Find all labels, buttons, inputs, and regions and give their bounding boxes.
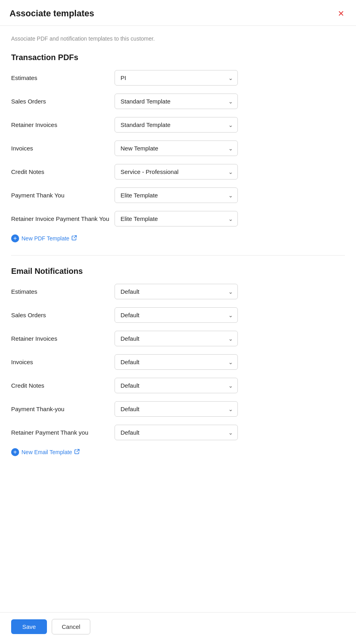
modal-header: Associate templates ✕ bbox=[0, 0, 356, 26]
pdf-select-1[interactable]: Standard Template bbox=[115, 94, 238, 109]
pdf-select-2[interactable]: Standard Template bbox=[115, 117, 238, 133]
email-select-wrapper-3: Default ⌄ bbox=[115, 354, 238, 370]
pdf-form-row: Retainer Invoices Standard Template ⌄ bbox=[11, 117, 345, 133]
pdf-select-5[interactable]: Elite Template bbox=[115, 187, 238, 203]
pdf-label-6: Retainer Invoice Payment Thank You bbox=[11, 215, 115, 223]
email-label-3: Invoices bbox=[11, 358, 115, 366]
email-form-row: Payment Thank-you Default ⌄ bbox=[11, 401, 345, 417]
plus-circle-icon: + bbox=[11, 234, 19, 242]
close-button[interactable]: ✕ bbox=[335, 8, 346, 19]
email-select-6[interactable]: Default bbox=[115, 425, 238, 440]
transaction-pdfs-title: Transaction PDFs bbox=[11, 53, 345, 62]
pdf-select-wrapper-5: Elite Template ⌄ bbox=[115, 187, 238, 203]
email-form-row: Sales Orders Default ⌄ bbox=[11, 307, 345, 323]
email-label-1: Sales Orders bbox=[11, 311, 115, 319]
email-select-0[interactable]: Default bbox=[115, 284, 238, 299]
email-form-row: Credit Notes Default ⌄ bbox=[11, 378, 345, 393]
pdf-select-wrapper-6: Elite Template ⌄ bbox=[115, 211, 238, 226]
email-select-wrapper-6: Default ⌄ bbox=[115, 425, 238, 440]
pdf-form-row: Invoices New Template ⌄ bbox=[11, 141, 345, 156]
pdf-select-wrapper-0: PI ⌄ bbox=[115, 70, 238, 86]
section-divider bbox=[11, 255, 345, 256]
email-notifications-title: Email Notifications bbox=[11, 267, 345, 276]
pdf-select-3[interactable]: New Template bbox=[115, 141, 238, 156]
pdf-rows-container: Estimates PI ⌄ Sales Orders Standard Tem… bbox=[11, 70, 345, 226]
email-form-row: Estimates Default ⌄ bbox=[11, 284, 345, 299]
new-email-template-link[interactable]: + New Email Template bbox=[11, 448, 345, 456]
modal-subtitle: Associate PDF and notification templates… bbox=[11, 35, 345, 42]
email-select-wrapper-4: Default ⌄ bbox=[115, 378, 238, 393]
external-link-icon bbox=[72, 235, 77, 242]
pdf-form-row: Payment Thank You Elite Template ⌄ bbox=[11, 187, 345, 203]
pdf-form-row: Estimates PI ⌄ bbox=[11, 70, 345, 86]
pdf-label-4: Credit Notes bbox=[11, 168, 115, 176]
email-label-5: Payment Thank-you bbox=[11, 405, 115, 413]
pdf-label-3: Invoices bbox=[11, 144, 115, 152]
pdf-select-wrapper-3: New Template ⌄ bbox=[115, 141, 238, 156]
cancel-button[interactable]: Cancel bbox=[52, 619, 90, 634]
email-select-1[interactable]: Default bbox=[115, 307, 238, 323]
pdf-select-wrapper-4: Service - Professional ⌄ bbox=[115, 164, 238, 180]
email-label-6: Retainer Payment Thank you bbox=[11, 428, 115, 437]
external-link-email-icon bbox=[74, 449, 80, 455]
email-select-wrapper-5: Default ⌄ bbox=[115, 401, 238, 417]
email-select-wrapper-0: Default ⌄ bbox=[115, 284, 238, 299]
email-label-4: Credit Notes bbox=[11, 381, 115, 390]
new-pdf-template-link[interactable]: + New PDF Template bbox=[11, 234, 345, 242]
email-select-wrapper-2: Default ⌄ bbox=[115, 331, 238, 346]
pdf-form-row: Sales Orders Standard Template ⌄ bbox=[11, 94, 345, 109]
new-email-template-label: New Email Template bbox=[21, 449, 72, 455]
modal-title: Associate templates bbox=[10, 8, 94, 19]
pdf-select-wrapper-2: Standard Template ⌄ bbox=[115, 117, 238, 133]
pdf-label-2: Retainer Invoices bbox=[11, 121, 115, 129]
email-rows-container: Estimates Default ⌄ Sales Orders Default… bbox=[11, 284, 345, 440]
pdf-label-0: Estimates bbox=[11, 74, 115, 82]
plus-circle-email-icon: + bbox=[11, 448, 19, 456]
pdf-select-wrapper-1: Standard Template ⌄ bbox=[115, 94, 238, 109]
email-label-0: Estimates bbox=[11, 287, 115, 296]
pdf-form-row: Retainer Invoice Payment Thank You Elite… bbox=[11, 211, 345, 226]
pdf-select-4[interactable]: Service - Professional bbox=[115, 164, 238, 180]
email-select-5[interactable]: Default bbox=[115, 401, 238, 417]
associate-templates-modal: Associate templates ✕ Associate PDF and … bbox=[0, 0, 356, 644]
pdf-form-row: Credit Notes Service - Professional ⌄ bbox=[11, 164, 345, 180]
email-form-row: Retainer Invoices Default ⌄ bbox=[11, 331, 345, 346]
pdf-select-0[interactable]: PI bbox=[115, 70, 238, 86]
pdf-label-5: Payment Thank You bbox=[11, 191, 115, 199]
email-form-row: Retainer Payment Thank you Default ⌄ bbox=[11, 425, 345, 440]
modal-body: Associate PDF and notification templates… bbox=[0, 26, 356, 612]
email-select-2[interactable]: Default bbox=[115, 331, 238, 346]
pdf-label-1: Sales Orders bbox=[11, 97, 115, 105]
email-select-3[interactable]: Default bbox=[115, 354, 238, 370]
email-form-row: Invoices Default ⌄ bbox=[11, 354, 345, 370]
save-button[interactable]: Save bbox=[11, 619, 47, 634]
email-label-2: Retainer Invoices bbox=[11, 334, 115, 343]
modal-footer: Save Cancel bbox=[0, 612, 356, 644]
pdf-select-6[interactable]: Elite Template bbox=[115, 211, 238, 226]
email-select-wrapper-1: Default ⌄ bbox=[115, 307, 238, 323]
email-select-4[interactable]: Default bbox=[115, 378, 238, 393]
new-pdf-template-label: New PDF Template bbox=[21, 235, 69, 242]
